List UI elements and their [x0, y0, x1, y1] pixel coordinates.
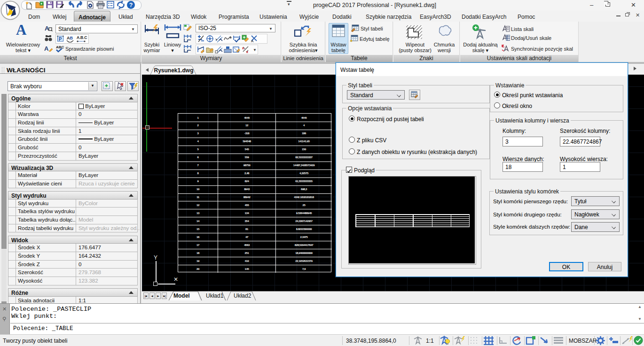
- svg-text:?: ?: [129, 2, 133, 8]
- svg-text:x: x: [246, 50, 248, 54]
- svg-text:P: P: [59, 37, 62, 42]
- svg-text:x: x: [242, 46, 244, 50]
- svg-text:A: A: [251, 39, 254, 43]
